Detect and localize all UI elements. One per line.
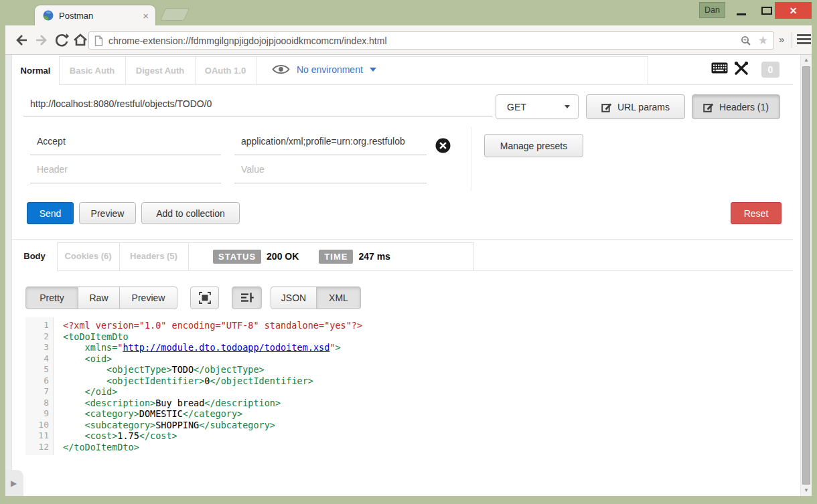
response-tab-body[interactable]: Body xyxy=(12,242,57,270)
scroll-down-icon[interactable]: ▼ xyxy=(801,485,812,496)
url-params-button[interactable]: URL params xyxy=(586,94,685,119)
scrollbar-thumb[interactable] xyxy=(802,66,810,485)
minimize-icon xyxy=(737,13,746,15)
presets-divider xyxy=(471,127,471,191)
vertical-scrollbar[interactable]: ▲ ▼ xyxy=(800,55,812,496)
edit-icon xyxy=(703,102,714,112)
new-tab-button[interactable] xyxy=(160,8,190,21)
url-text[interactable]: chrome-extension://fdmmgilgnpjigdojojpjo… xyxy=(108,35,741,46)
code-lines[interactable]: <?xml version="1.0" encoding="UTF-8" sta… xyxy=(54,317,791,455)
time-badge: TIME xyxy=(319,250,353,264)
forward-icon[interactable] xyxy=(33,32,50,48)
sidebar-expander[interactable]: ▶ xyxy=(5,470,23,496)
counter-badge[interactable]: 0 xyxy=(761,62,779,78)
sidebar-collapsed-strip xyxy=(5,55,12,496)
view-mode-raw[interactable]: Raw xyxy=(78,286,120,309)
minimize-button[interactable] xyxy=(730,2,753,19)
environment-selector[interactable]: No environment xyxy=(272,63,376,76)
maximize-icon xyxy=(761,7,772,15)
tab-digest-auth[interactable]: Digest Auth xyxy=(125,56,195,85)
browser-tab[interactable]: Postman × xyxy=(35,5,155,25)
settings-tools-icon[interactable] xyxy=(733,61,749,76)
fullscreen-icon xyxy=(199,292,211,304)
status-value: 200 OK xyxy=(267,251,299,262)
tab-close-icon[interactable]: × xyxy=(143,11,149,21)
browser-window: Postman × Dan ✕ chrome-extension://fdmmg… xyxy=(0,0,817,504)
tab-oauth[interactable]: OAuth 1.0 xyxy=(195,56,256,85)
method-select[interactable]: GET xyxy=(496,94,579,119)
home-icon[interactable] xyxy=(72,32,88,48)
reload-icon[interactable] xyxy=(54,32,70,48)
send-button[interactable]: Send xyxy=(27,202,74,224)
time-value: 247 ms xyxy=(358,251,390,262)
response-tab-cookies[interactable]: Cookies (6) xyxy=(57,242,119,270)
manage-presets-button[interactable]: Manage presets xyxy=(484,134,583,157)
line-wrap-icon xyxy=(240,292,254,304)
new-header-key-input[interactable] xyxy=(30,161,221,183)
browser-toolbar: chrome-extension://fdmmgilgnpjigdojojpjo… xyxy=(5,25,812,55)
format-xml[interactable]: XML xyxy=(316,286,361,309)
tab-title: Postman xyxy=(59,11,143,21)
expand-right-icon: ▶ xyxy=(11,479,17,488)
scroll-up-icon[interactable]: ▲ xyxy=(801,55,812,66)
zoom-icon[interactable] xyxy=(741,35,751,46)
response-tab-headers[interactable]: Headers (5) xyxy=(119,242,188,270)
format-group: JSON XML xyxy=(271,286,361,309)
request-url-input[interactable] xyxy=(23,96,492,116)
tab-normal[interactable]: Normal xyxy=(12,56,59,85)
bookmark-star-icon[interactable]: ★ xyxy=(758,33,768,48)
view-mode-preview[interactable]: Preview xyxy=(119,286,177,309)
close-window-button[interactable]: ✕ xyxy=(775,2,812,19)
new-header-value-input[interactable] xyxy=(234,161,427,183)
tab-basic-auth[interactable]: Basic Auth xyxy=(59,56,125,85)
eye-icon xyxy=(272,63,290,76)
extensions-overflow-icon[interactable]: » xyxy=(779,33,783,45)
response-meta: STATUS 200 OK TIME 247 ms xyxy=(213,246,390,266)
expand-group xyxy=(190,286,219,309)
header-value-input[interactable] xyxy=(234,133,427,155)
address-bar[interactable]: chrome-extension://fdmmgilgnpjigdojojpjo… xyxy=(88,31,774,50)
postman-favicon xyxy=(43,10,54,21)
environment-label[interactable]: No environment xyxy=(297,64,363,75)
line-wrap-button[interactable] xyxy=(232,286,262,309)
status-badge: STATUS xyxy=(213,250,261,264)
code-gutter: 123456789101112 xyxy=(25,317,54,455)
close-icon: ✕ xyxy=(790,5,798,16)
browser-menu-icon[interactable] xyxy=(797,34,811,46)
edit-icon xyxy=(601,102,612,112)
format-json[interactable]: JSON xyxy=(271,286,317,309)
remove-header-icon[interactable] xyxy=(435,138,451,153)
page-icon xyxy=(94,35,103,46)
keyboard-shortcuts-icon[interactable] xyxy=(711,62,728,74)
toolbar-divider xyxy=(792,32,792,48)
fullscreen-button[interactable] xyxy=(190,286,219,309)
method-value: GET xyxy=(507,102,526,112)
select-caret-icon xyxy=(565,105,570,108)
back-icon[interactable] xyxy=(13,32,29,48)
add-to-collection-button[interactable]: Add to collection xyxy=(141,202,240,224)
wrap-group xyxy=(232,286,262,309)
view-mode-pretty[interactable]: Pretty xyxy=(25,286,78,309)
view-mode-group: Pretty Raw Preview xyxy=(25,286,177,309)
section-divider xyxy=(12,239,793,240)
preview-button[interactable]: Preview xyxy=(79,202,136,224)
reset-button[interactable]: Reset xyxy=(731,202,782,224)
browser-user-button[interactable]: Dan xyxy=(699,2,725,18)
header-key-input[interactable] xyxy=(30,133,221,155)
chevron-down-icon xyxy=(370,68,376,72)
headers-button[interactable]: Headers (1) xyxy=(692,94,780,119)
postman-app: Normal Basic Auth Digest Auth OAuth 1.0 … xyxy=(5,55,812,496)
